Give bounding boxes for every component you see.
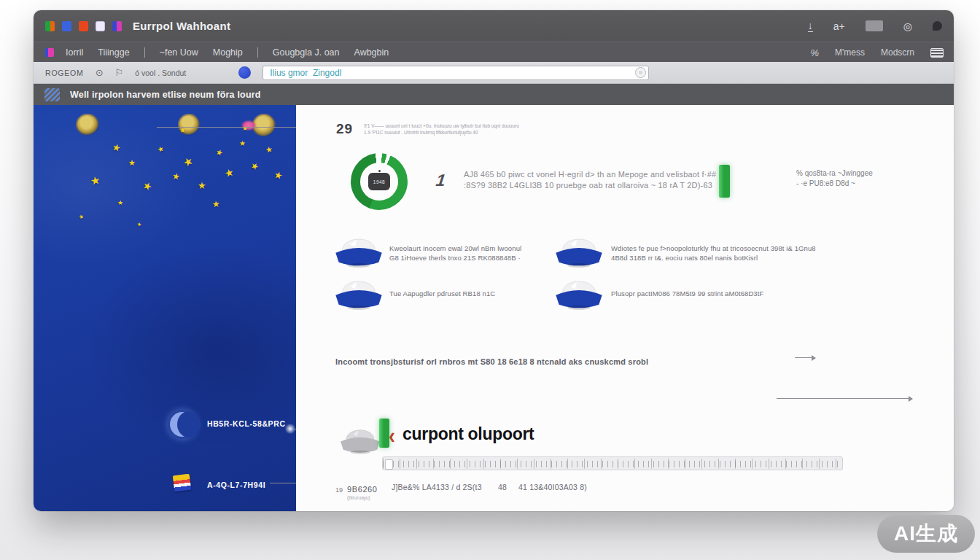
- blue-shield-icon: [553, 278, 605, 311]
- menu-item-1[interactable]: Tiiingge: [98, 47, 129, 58]
- feature-arrow-2: [777, 398, 912, 399]
- menu-item-0[interactable]: Iorril: [66, 47, 83, 58]
- menubar-right-label-1[interactable]: Modscrn: [881, 47, 914, 58]
- menu-item-2[interactable]: ~fen Uow: [160, 47, 198, 58]
- star-icon: ★: [117, 200, 123, 206]
- star-icon: ★: [273, 170, 284, 182]
- footer-stat-1: 199B6260 (btruruayu): [335, 482, 378, 500]
- star-icon: ★: [78, 214, 85, 221]
- grid-icon[interactable]: [930, 48, 944, 58]
- footer-stat-1-num: 19: [335, 486, 343, 494]
- notification-banner: Well irpolon harvem etlise neum föra lou…: [34, 84, 954, 105]
- stat-number: 29: [336, 121, 353, 137]
- menu-item-3[interactable]: Moghip: [213, 47, 243, 58]
- title-bar: Eurrpol Wahhoant ↓ a+ ◎: [34, 10, 954, 42]
- toolbar-left-label: ROGEOM: [45, 69, 84, 77]
- red-favicon-icon: [79, 21, 88, 31]
- stat-note-line1: 9'1 V—— uuuunt uni t tuuct +0u. Inutuuzu…: [364, 122, 528, 129]
- feature-4-text: Plusopr pactIM086 78M5t9 99 strint aM0t6…: [611, 289, 853, 298]
- star-icon: ★: [198, 181, 206, 190]
- browser-window: Eurrpol Wahhoant ↓ a+ ◎ Iorril Tiiingge …: [34, 10, 954, 511]
- green-orange-favicon-icon: [45, 21, 55, 31]
- green-bar-indicator: [719, 165, 730, 198]
- side-note-line1: % qos8ta-ra ~Jwinggee: [796, 168, 953, 179]
- flag-pennant-icon[interactable]: ⚐: [115, 67, 124, 78]
- menubar-right-label-0[interactable]: M'mess: [835, 47, 865, 58]
- menu-item-4[interactable]: Gougbgla J. oan: [273, 47, 340, 58]
- donut-description: AJ8 465 b0 piwc ct vonel H·egril d> th a…: [464, 169, 734, 190]
- side-note-line2: - ·e PU8:e8 D8d ~: [796, 179, 953, 189]
- white-favicon-icon: [96, 21, 105, 31]
- gold-emblem-icon: [252, 114, 276, 137]
- gold-emblem-icon: [76, 114, 99, 136]
- menu-separator: [144, 47, 145, 58]
- address-bar-wrap: [262, 66, 649, 80]
- flag-label: A-4Q-L7-7H94I: [207, 481, 265, 489]
- moon-label: HB5R-KCL-58&PRC: [207, 419, 286, 428]
- toolbar: ROGEOM ⊙ ⚐ ó vool . Sondut: [34, 62, 954, 84]
- footer-stat-2: J]Be&% LA4133 / d 2S(t3: [392, 483, 482, 491]
- sidebar-eu-flag: ★★★★★★★★★★★★★★★★★★★★ HB5R-KCL-58&PRC A-4…: [34, 105, 296, 511]
- feature-4-line1: Plusopr pactIM086 78M5t9 99 strint aM0t6…: [611, 289, 853, 298]
- blue-shield-icon: [332, 236, 385, 269]
- star-icon: ★: [249, 160, 260, 172]
- donut-value: 1: [435, 171, 447, 190]
- feature-1-line2: G8 1iHoeve therls tnxo 21S RK088848B ·: [389, 253, 538, 262]
- bookmark-icon[interactable]: [933, 21, 942, 31]
- star-icon: ★: [112, 142, 122, 154]
- star-icon: ★: [223, 167, 235, 179]
- blue-favicon-icon: [62, 21, 71, 31]
- timeline-slider[interactable]: [382, 456, 843, 470]
- small-flag-icon: [173, 474, 192, 492]
- donut-desc-line1: AJ8 465 b0 piwc ct vonel H·egril d> th a…: [464, 169, 734, 180]
- robot-icon: 1948: [368, 173, 390, 190]
- big-label: curpont olupoort: [402, 424, 534, 444]
- menu-item-5[interactable]: Awbgbin: [354, 47, 389, 58]
- blue-shield-icon: [553, 236, 605, 269]
- green-bar-indicator: [379, 419, 389, 448]
- feature-2-line2: 4B8d 318B rr t&. eociu nats 80el nanis b…: [611, 253, 856, 262]
- star-icon: ★: [265, 145, 273, 155]
- footer-stat-3: 48: [498, 483, 507, 491]
- star-icon: ★: [239, 140, 246, 147]
- footer-stat-1-sub: (btruruayu): [347, 495, 378, 500]
- person-icon[interactable]: ⊙: [96, 67, 104, 78]
- donut-desc-line2: :8S?9 38B2 L4GLI3B 10 pruebge oab rat ol…: [464, 180, 734, 191]
- profile-circle-icon[interactable]: ◎: [903, 21, 912, 31]
- card-icon[interactable]: [866, 20, 883, 31]
- feature-3-line1: Tue Aapugdler pdruset RB18 n1C: [389, 289, 515, 298]
- download-icon[interactable]: ↓: [808, 20, 813, 32]
- moon-icon: [168, 410, 197, 439]
- feature-2-line1: Wdiotes fe pue f>noopoloturkly fhu at tr…: [611, 244, 856, 253]
- feature-arrow-1: [795, 357, 815, 358]
- blue-shield-icon: [332, 278, 385, 311]
- star-icon: ★: [181, 155, 195, 169]
- star-icon: ★: [141, 179, 154, 192]
- feature-2-text: Wdiotes fe pue f>noopoloturkly fhu at tr…: [611, 244, 856, 262]
- timeline-heading: Incoomt tronsjbsturisf orl rnbros mt S80…: [335, 357, 648, 366]
- star-icon: ★: [171, 171, 181, 182]
- zoom-text-button[interactable]: a+: [833, 21, 845, 31]
- star-icon: ★: [179, 127, 186, 134]
- star-icon: ★: [128, 159, 136, 167]
- star-icon: ★: [214, 148, 224, 158]
- page-content: ★★★★★★★★★★★★★★★★★★★★ HB5R-KCL-58&PRC A-4…: [34, 105, 954, 511]
- footer-stat-4: 41 13&40I03A03 8): [518, 483, 587, 491]
- green-donut-chart: 1948: [351, 153, 408, 210]
- menu-bar: Iorril Tiiingge ~fen Uow Moghip Gougbgla…: [34, 42, 954, 62]
- app-menu-icon[interactable]: [45, 48, 54, 57]
- banner-text: Well irpolon harvem etlise neum föra lou…: [70, 90, 261, 100]
- star-icon: ★: [136, 222, 141, 228]
- red-chevron-icon: ‹: [389, 425, 395, 448]
- blue-status-dot-icon[interactable]: [238, 66, 251, 79]
- blue-pink-favicon-icon: [112, 21, 122, 31]
- footer-stat-1-text: 9B6260: [347, 485, 378, 494]
- star-icon: ★: [211, 200, 220, 209]
- stat-note-line2: 1.9 'PI1C nuuuiut . Utintnti inutrnq fif…: [364, 129, 528, 136]
- feature-1-text: Kweolaurt Inocem ewal 20wl nBm lwoonul G…: [389, 244, 538, 262]
- feature-3-text: Tue Aapugdler pdruset RB18 n1C: [389, 289, 515, 298]
- address-input[interactable]: [262, 66, 649, 80]
- percent-icon[interactable]: %: [810, 47, 819, 58]
- main-panel: 29 9'1 V—— uuuunt uni t tuuct +0u. Inutu…: [296, 105, 954, 511]
- ai-generated-watermark: AI生成: [877, 515, 975, 553]
